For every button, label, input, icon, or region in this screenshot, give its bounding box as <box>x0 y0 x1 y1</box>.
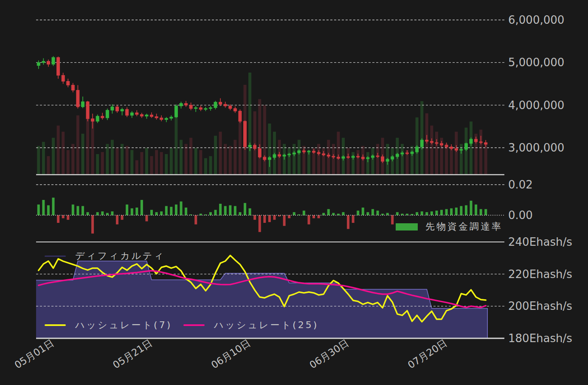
candlestick <box>199 108 202 110</box>
funding-bar <box>76 206 79 215</box>
volume-bar <box>160 152 163 174</box>
volume-bar <box>155 150 158 174</box>
volume-bar <box>293 144 295 174</box>
candlestick <box>342 157 345 158</box>
difficulty-legend[interactable]: ディフィカルティ <box>45 250 165 262</box>
candlestick <box>76 90 79 107</box>
volume-bar <box>140 152 143 174</box>
funding-bar <box>440 210 443 215</box>
candlestick <box>106 110 109 118</box>
funding-bar <box>249 208 251 215</box>
hashrate7-legend-label: ハッシュレート(7) <box>75 319 172 332</box>
candlestick <box>263 157 266 160</box>
volume-bar <box>263 105 266 174</box>
candlestick <box>239 111 242 121</box>
volume-bar <box>81 134 84 174</box>
volume-bar <box>317 144 320 174</box>
volume-bar <box>229 146 232 174</box>
funding-bar <box>293 212 295 215</box>
funding-bar <box>371 209 374 215</box>
candlestick <box>253 145 256 149</box>
candlestick <box>219 102 222 104</box>
candlestick <box>194 108 197 109</box>
candlestick <box>180 104 183 106</box>
candlestick <box>479 142 482 143</box>
funding-bar <box>72 205 74 215</box>
x-axis-label: 05月21日 <box>111 337 154 371</box>
candlestick <box>464 143 467 149</box>
volume-bar <box>67 150 70 174</box>
funding-bar <box>126 205 128 215</box>
candlestick <box>111 107 114 110</box>
funding-bar <box>357 211 359 215</box>
volume-bar <box>194 148 197 174</box>
funding-bar <box>37 205 40 215</box>
candlestick <box>214 102 217 108</box>
volume-bar <box>126 146 129 174</box>
volume-bar <box>57 126 60 174</box>
candlestick <box>484 143 487 144</box>
volume-bar <box>288 148 291 174</box>
volume-bar <box>189 138 192 174</box>
candlestick <box>391 157 394 159</box>
funding-bar <box>465 205 467 215</box>
volume-bar <box>204 158 207 174</box>
volume-bar <box>37 146 40 174</box>
funding-bar <box>322 213 325 215</box>
candlestick <box>101 116 104 118</box>
volume-bar <box>185 144 188 174</box>
hashrate7-legend[interactable]: ハッシュレート(7) <box>45 319 172 332</box>
funding-bar <box>91 215 94 233</box>
candlestick <box>96 116 99 121</box>
candlestick <box>57 57 60 75</box>
funding-bar <box>135 208 138 215</box>
hashrate25-legend[interactable]: ハッシュレート(25) <box>183 319 318 332</box>
candlestick <box>293 153 295 154</box>
funding-bar <box>106 213 109 215</box>
candlestick <box>283 155 286 156</box>
candlestick <box>160 118 163 120</box>
funding-bar <box>318 215 320 218</box>
candlestick <box>435 143 438 143</box>
candlestick <box>425 140 428 141</box>
candlestick <box>470 139 473 143</box>
volume-bar <box>106 144 109 174</box>
candlestick <box>322 154 325 155</box>
funding-bar <box>421 211 423 215</box>
volume-bar <box>214 136 217 174</box>
funding-bar <box>57 215 59 223</box>
funding-bar <box>480 209 482 215</box>
candlestick <box>170 117 173 118</box>
funding-legend[interactable]: 先物資金調達率 <box>396 220 503 233</box>
funding-bar <box>445 209 448 215</box>
volume-bar <box>52 138 55 174</box>
funding-bar <box>425 212 428 215</box>
funding-bar <box>219 204 222 215</box>
candlestick <box>121 110 124 111</box>
funding-bar <box>396 212 399 215</box>
funding-bar <box>312 215 315 218</box>
candlestick <box>381 157 384 161</box>
volume-bar <box>411 146 414 174</box>
volume-bar <box>96 154 99 174</box>
funding-bar <box>175 205 177 215</box>
candlestick <box>258 149 261 157</box>
y-axis-label: 200Ehash/s <box>508 300 572 312</box>
volume-bar <box>435 132 438 174</box>
candlestick <box>386 159 389 161</box>
candlestick <box>317 152 320 154</box>
funding-bar <box>101 211 104 215</box>
funding-bar <box>131 208 133 215</box>
difficulty-legend-label: ディフィカルティ <box>75 250 165 262</box>
volume-bar <box>430 126 433 174</box>
crypto-chart[interactable]: 6,000,0005,000,0004,000,0003,000,0000.02… <box>0 0 588 385</box>
candlestick <box>185 104 188 105</box>
funding-bar <box>352 215 354 223</box>
funding-bar <box>229 205 231 215</box>
funding-bar <box>185 208 187 215</box>
y-axis-label: 0.02 <box>508 178 533 191</box>
x-axis-label: 06月30日 <box>307 337 351 371</box>
volume-bar <box>209 156 212 174</box>
candlestick <box>268 157 271 160</box>
candlestick <box>337 157 340 158</box>
